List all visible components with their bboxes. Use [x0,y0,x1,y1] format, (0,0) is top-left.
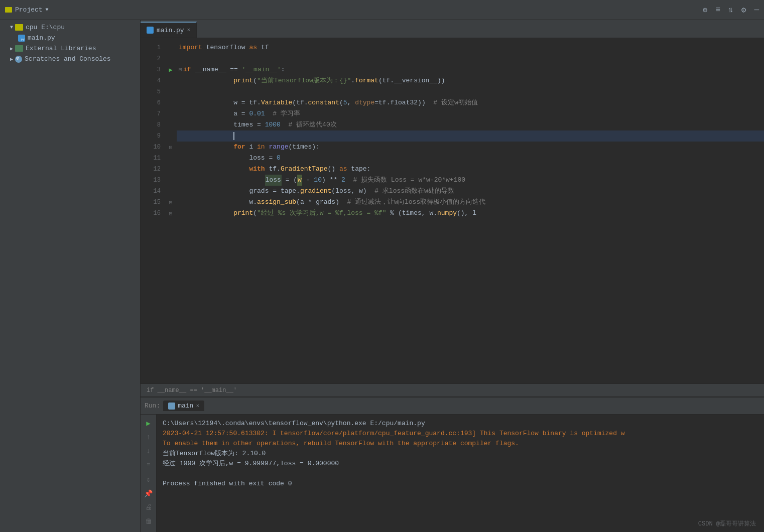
run-up-btn[interactable]: ↑ [143,432,154,443]
output-warn-line-1: 2023-04-21 12:57:50.613302: I tensorflow… [163,429,758,439]
code-line-5 [177,86,764,97]
output-exit-line: Process finished with exit code 0 [163,479,758,489]
code-line-8: times = 1000 # 循环迭代40次 [177,119,764,130]
scratches-label: Scratches and Consoles [25,55,111,63]
run-panel: Run: main × ▶ ↑ ↓ ≡ ⇕ 📌 🖨 🗑 [141,396,764,532]
sidebar-item-external-libraries[interactable]: ▶ External Libraries [0,43,140,54]
code-line-16: print("经过 %s 次学习后,w = %f,loss = %f" % (t… [177,208,764,219]
run-label: Run: [145,402,160,410]
run-marker-line3[interactable]: ▶ [165,64,177,75]
sidebar-tree: ▼ cpu E:\cpu main.py ▶ External Librarie… [0,20,140,532]
external-libraries-label: External Libraries [26,45,96,52]
tab-label: main.py [157,27,184,34]
folder-icon-cpu [15,24,23,31]
tab-close-btn[interactable]: × [187,27,191,33]
main-py-label: main.py [28,34,55,42]
output-blank-line [163,469,758,479]
code-line-4: print("当前Tensorflow版本为：{}".format(tf.__v… [177,75,764,86]
expand-arrow-scratch: ▶ [10,56,13,62]
breadcrumb-text: if __name__ == '__main__' [147,387,237,394]
dropdown-arrow[interactable]: ▼ [46,7,49,13]
code-line-13: loss = (w - 10) ** 2 # 损失函数 Loss = w*w-2… [177,175,764,186]
output-version-line: 当前Tensorflow版本为: 2.10.0 [163,449,758,459]
top-bar-icons: ⊕ ≡ ⇌ ⚙ — [703,5,759,15]
code-line-7: a = 0.01 # 学习率 [177,108,764,119]
run-pin-btn[interactable]: 📌 [143,488,154,499]
code-line-6: w = tf.Variable(tf.constant(5, dtype=tf.… [177,97,764,108]
sidebar: ▼ cpu E:\cpu main.py ▶ External Librarie… [0,20,141,532]
code-line-9 [177,130,764,142]
expand-arrow-cpu: ▼ [10,25,13,30]
watermark: CSDN @磊哥哥讲算法 [698,519,756,528]
fold-marker-line15[interactable]: ⊟ [165,197,177,208]
breadcrumb-bar: if __name__ == '__main__' [141,383,764,396]
project-label: Project ▼ [5,6,49,14]
cpu-folder-label: cpu E:\cpu [26,24,65,31]
scratch-icon [15,56,22,63]
code-line-10: for i in range(times): [177,142,764,153]
sidebar-item-main-py[interactable]: main.py [0,33,140,43]
fold-marker-line16[interactable]: ⊟ [165,208,177,219]
run-print-btn[interactable]: 🖨 [143,502,154,513]
tab-file-icon [147,27,154,34]
top-bar: Project ▼ ⊕ ≡ ⇌ ⚙ — [0,0,764,20]
sidebar-item-cpu[interactable]: ▼ cpu E:\cpu [0,22,140,33]
output-result-line: 经过 1000 次学习后,w = 9.999977,loss = 0.00000… [163,459,758,469]
minimize-icon[interactable]: — [754,6,759,15]
code-line-3: ⊟if __name__ == '__main__': [177,64,764,75]
run-output: C:\Users\12194\.conda\envs\tensorflow_en… [157,415,764,532]
collapse-all-icon[interactable]: ≡ [716,6,721,15]
run-play-btn[interactable]: ▶ [143,418,154,429]
run-softwrap-btn[interactable]: ≡ [143,460,154,471]
run-tab-label: main [178,402,193,410]
project-title: Project [15,6,43,14]
run-tab-bar: Run: main × [141,397,764,415]
run-layout: ▶ ↑ ↓ ≡ ⇕ 📌 🖨 🗑 C:\Users\12194\.conda\en… [141,415,764,532]
expand-arrow-ext: ▶ [10,46,13,52]
code-line-14: grads = tape.gradient(loss, w) # 求loss函数… [177,186,764,197]
add-scope-icon[interactable]: ⊕ [703,5,708,15]
editor-area: main.py × 1 2 3 4 5 6 7 8 9 10 11 12 13 … [141,20,764,532]
settings-icon[interactable]: ⚙ [741,5,746,15]
tab-bar: main.py × [141,20,764,38]
code-line-11: loss = 0 [177,153,764,164]
code-line-2 [177,53,764,64]
run-tab-close[interactable]: × [196,403,199,409]
python-file-icon [18,35,25,42]
run-tab-main[interactable]: main × [163,401,204,411]
main-py-tab[interactable]: main.py × [141,22,197,38]
output-warn-line-2: To enable them in other operations, rebu… [163,439,758,449]
code-line-15: w.assign_sub(a * grads) # 通过减法，让w向loss取得… [177,197,764,208]
code-line-1: import tensorflow as tf [177,42,764,53]
code-editor[interactable]: 1 2 3 4 5 6 7 8 9 10 11 12 13 14 15 16 [141,38,764,383]
fold-marker-line10[interactable]: ⊟ [165,142,177,153]
main-layout: ▼ cpu E:\cpu main.py ▶ External Librarie… [0,20,764,532]
run-tab-icon [168,403,175,410]
output-cmd-line: C:\Users\12194\.conda\envs\tensorflow_en… [163,419,758,429]
code-content[interactable]: import tensorflow as tf ⊟if __name__ == … [177,38,764,383]
sidebar-item-scratches[interactable]: ▶ Scratches and Consoles [0,54,140,64]
expand-icon[interactable]: ⇌ [726,8,736,13]
gutter: ▶ ⊟ ⊟ ⊟ [165,38,177,383]
line-numbers: 1 2 3 4 5 6 7 8 9 10 11 12 13 14 15 16 [141,38,165,383]
folder-icon-small [5,7,12,13]
run-toolbar: ▶ ↑ ↓ ≡ ⇕ 📌 🖨 🗑 [141,415,157,532]
run-scroll-btn[interactable]: ⇕ [143,474,154,485]
run-trash-btn[interactable]: 🗑 [143,516,154,527]
ext-libraries-icon [15,45,23,52]
run-down-btn[interactable]: ↓ [143,446,154,457]
